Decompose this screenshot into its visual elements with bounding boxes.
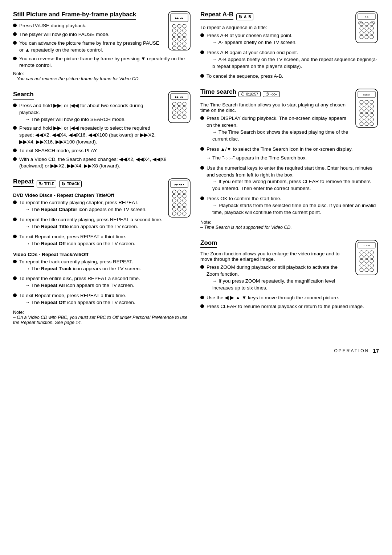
still-picture-bullets: Press PAUSE during playback. The player … bbox=[13, 23, 192, 69]
svg-point-104 bbox=[360, 259, 363, 263]
svg-point-9 bbox=[172, 33, 176, 37]
search-section: ▶▶ ◀◀ bbox=[13, 91, 192, 171]
svg-point-66 bbox=[360, 31, 363, 35]
svg-point-81 bbox=[365, 105, 368, 108]
svg-point-45 bbox=[172, 199, 176, 202]
search-bullets: Press and hold ▶▶| or |◀◀ for about two … bbox=[13, 102, 192, 170]
svg-point-91 bbox=[370, 118, 373, 121]
left-column: ▶▶ ◀◀ bbox=[13, 11, 192, 333]
svg-point-29 bbox=[183, 106, 186, 110]
zoom-section: ZOOM bbox=[200, 239, 379, 312]
svg-point-34 bbox=[177, 115, 181, 119]
ab-icon-badge: ↻ A B bbox=[236, 13, 253, 20]
bullet-icon bbox=[200, 74, 204, 78]
svg-point-77 bbox=[360, 100, 363, 104]
svg-point-100 bbox=[370, 251, 373, 254]
list-item: Press A-B at your chosen starting point.… bbox=[200, 32, 351, 48]
svg-point-7 bbox=[177, 29, 181, 32]
svg-point-20 bbox=[183, 46, 186, 50]
svg-point-54 bbox=[172, 212, 176, 215]
svg-point-63 bbox=[360, 27, 363, 30]
svg-point-56 bbox=[183, 212, 186, 215]
svg-point-42 bbox=[172, 194, 176, 198]
svg-point-94 bbox=[370, 122, 373, 126]
list-item: To cancel the sequence, press A-B. bbox=[200, 73, 379, 80]
bullet-icon bbox=[200, 304, 204, 308]
zoom-intro: The Zoom function allows you to enlarge … bbox=[200, 251, 379, 262]
bullet-icon bbox=[13, 24, 17, 27]
svg-point-44 bbox=[183, 194, 186, 198]
bullet-icon bbox=[200, 116, 204, 120]
bullet-icon bbox=[200, 166, 204, 170]
svg-point-111 bbox=[365, 268, 368, 272]
svg-point-99 bbox=[365, 251, 368, 254]
bullet-icon bbox=[200, 147, 204, 151]
svg-point-6 bbox=[172, 29, 176, 32]
list-item: You can advance the picture frame by fra… bbox=[13, 40, 163, 54]
svg-point-101 bbox=[360, 255, 363, 259]
svg-point-67 bbox=[365, 31, 368, 35]
svg-text:0:16:57: 0:16:57 bbox=[363, 94, 370, 96]
dvd-repeat-bullets: To repeat the currently playing chapter,… bbox=[13, 199, 192, 248]
svg-point-93 bbox=[365, 122, 368, 126]
svg-point-88 bbox=[370, 113, 373, 117]
repeat-ab-title: Repeat A-B bbox=[200, 11, 233, 20]
svg-point-16 bbox=[177, 42, 181, 45]
svg-point-15 bbox=[172, 42, 176, 45]
bullet-icon bbox=[13, 200, 17, 204]
repeat-title-icon: ↻ TITLE bbox=[37, 181, 57, 187]
list-item: You can reverse the picture frame by fra… bbox=[13, 56, 192, 69]
svg-point-31 bbox=[177, 111, 181, 114]
bullet-icon bbox=[200, 197, 204, 200]
svg-point-78 bbox=[365, 100, 368, 104]
repeat-ab-section: A B bbox=[200, 11, 379, 82]
list-item: Press ZOOM during playback or still play… bbox=[200, 264, 351, 293]
svg-point-64 bbox=[365, 27, 368, 30]
remote-illustration-time: 0:16:57 bbox=[354, 88, 379, 129]
list-item: With a Video CD, the Search speed change… bbox=[13, 156, 192, 170]
svg-point-90 bbox=[365, 118, 368, 121]
svg-point-110 bbox=[360, 268, 363, 272]
svg-point-52 bbox=[177, 207, 181, 211]
svg-point-49 bbox=[177, 203, 181, 207]
bullet-icon bbox=[13, 218, 17, 221]
svg-point-24 bbox=[172, 102, 176, 106]
dvd-repeat-subtitle: DVD Video Discs - Repeat Chapter/ Title/… bbox=[13, 193, 192, 198]
svg-point-48 bbox=[172, 203, 176, 207]
list-item: Press ▲/▼ to select the Time Search icon… bbox=[200, 146, 379, 153]
svg-point-14 bbox=[183, 37, 186, 41]
svg-point-107 bbox=[360, 264, 363, 267]
zoom-title: Zoom bbox=[200, 239, 217, 248]
svg-point-30 bbox=[172, 111, 176, 114]
svg-text:A B: A B bbox=[365, 16, 368, 18]
svg-point-84 bbox=[365, 109, 368, 113]
svg-point-19 bbox=[177, 46, 181, 50]
svg-point-79 bbox=[370, 100, 373, 104]
svg-point-80 bbox=[360, 105, 363, 108]
svg-point-40 bbox=[177, 190, 181, 194]
svg-point-32 bbox=[183, 111, 186, 114]
zoom-content: Zoom The Zoom function allows you to enl… bbox=[200, 239, 379, 310]
right-column: A B bbox=[200, 11, 379, 333]
remote-illustration-ab: A B bbox=[354, 11, 379, 45]
svg-point-26 bbox=[183, 102, 186, 106]
svg-point-3 bbox=[172, 24, 176, 28]
bullet-icon bbox=[200, 50, 204, 54]
svg-point-11 bbox=[183, 33, 186, 37]
list-item: Press and hold ▶▶| or |◀◀ for about two … bbox=[13, 102, 163, 123]
svg-point-61 bbox=[365, 22, 368, 26]
bullet-icon bbox=[13, 104, 17, 107]
svg-point-82 bbox=[370, 105, 373, 108]
svg-point-33 bbox=[172, 115, 176, 119]
list-item: To exit Repeat mode, press REPEAT a thir… bbox=[13, 234, 192, 249]
list-item: → The "-:-:--" appears in the Time Searc… bbox=[200, 155, 379, 163]
vcd-repeat-subtitle: Video CDs - Repeat Track/All/Off bbox=[13, 252, 192, 257]
svg-point-109 bbox=[370, 264, 373, 267]
svg-point-39 bbox=[172, 190, 176, 194]
svg-point-13 bbox=[177, 37, 181, 41]
bullet-icon bbox=[13, 126, 17, 130]
svg-point-105 bbox=[365, 259, 368, 263]
bullet-icon bbox=[13, 32, 17, 36]
footer-page: 17 bbox=[373, 348, 379, 354]
svg-point-102 bbox=[365, 255, 368, 259]
